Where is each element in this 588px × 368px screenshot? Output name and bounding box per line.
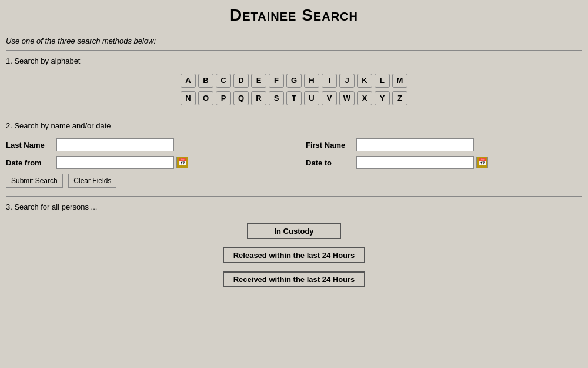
date-to-calendar-icon[interactable] xyxy=(476,157,488,168)
submit-search-button[interactable]: Submit Search xyxy=(6,174,63,188)
section-alphabet: 1. Search by alphabet ABCDEFGHIJKLM NOPQ… xyxy=(6,57,582,105)
received-container: Received within the last 24 Hours xyxy=(6,271,582,287)
alpha-btn-p[interactable]: P xyxy=(216,91,231,105)
first-name-field: First Name xyxy=(306,138,582,151)
alpha-btn-h[interactable]: H xyxy=(304,74,319,88)
alphabet-container: ABCDEFGHIJKLM NOPQRSTUVWXYZ xyxy=(6,74,582,105)
released-button[interactable]: Released within the last 24 Hours xyxy=(223,247,366,263)
alpha-btn-m[interactable]: M xyxy=(392,74,407,88)
alpha-btn-i[interactable]: I xyxy=(322,74,337,88)
last-name-label: Last Name xyxy=(6,141,53,150)
in-custody-container: In Custody xyxy=(6,223,582,239)
alpha-btn-y[interactable]: Y xyxy=(375,91,390,105)
alpha-btn-x[interactable]: X xyxy=(357,91,372,105)
search-buttons-row: Submit Search Clear Fields xyxy=(6,174,582,188)
page-title: Detainee Search xyxy=(6,6,582,25)
alpha-btn-a[interactable]: A xyxy=(181,74,196,88)
alpha-btn-l[interactable]: L xyxy=(375,74,390,88)
alpha-btn-f[interactable]: F xyxy=(269,74,284,88)
date-to-label: Date to xyxy=(306,158,353,167)
clear-fields-button[interactable]: Clear Fields xyxy=(68,174,116,188)
alpha-btn-o[interactable]: O xyxy=(198,91,213,105)
alpha-btn-d[interactable]: D xyxy=(233,74,249,88)
released-container: Released within the last 24 Hours xyxy=(6,247,582,263)
in-custody-button[interactable]: In Custody xyxy=(247,223,341,239)
alpha-btn-k[interactable]: K xyxy=(357,74,372,88)
section3-header: 3. Search for all persons ... xyxy=(6,203,582,211)
alpha-btn-j[interactable]: J xyxy=(339,74,355,88)
divider-2 xyxy=(6,115,582,115)
alpha-btn-z[interactable]: Z xyxy=(392,91,407,105)
date-from-label: Date from xyxy=(6,158,53,167)
alpha-btn-r[interactable]: R xyxy=(251,91,266,105)
section-all-persons: 3. Search for all persons ... In Custody… xyxy=(6,203,582,287)
last-name-input[interactable] xyxy=(56,138,174,151)
instruction-text: Use one of the three search methods belo… xyxy=(6,37,582,45)
alpha-btn-g[interactable]: G xyxy=(286,74,302,88)
received-button[interactable]: Received within the last 24 Hours xyxy=(223,271,366,287)
alpha-row-2: NOPQRSTUVWXYZ xyxy=(6,91,582,105)
date-row: Date from Date to xyxy=(6,156,582,169)
alpha-btn-u[interactable]: U xyxy=(304,91,319,105)
alpha-btn-e[interactable]: E xyxy=(251,74,266,88)
section1-header: 1. Search by alphabet xyxy=(6,57,582,65)
alpha-btn-n[interactable]: N xyxy=(181,91,196,105)
alpha-btn-w[interactable]: W xyxy=(339,91,355,105)
alpha-btn-q[interactable]: Q xyxy=(233,91,249,105)
first-name-label: First Name xyxy=(306,141,353,150)
date-from-calendar-icon[interactable] xyxy=(176,157,188,168)
alpha-btn-s[interactable]: S xyxy=(269,91,284,105)
alpha-btn-v[interactable]: V xyxy=(322,91,337,105)
name-row: Last Name First Name xyxy=(6,138,582,151)
section2-header: 2. Search by name and/or date xyxy=(6,121,582,130)
last-name-field: Last Name xyxy=(6,138,282,151)
section-name-search: 2. Search by name and/or date Last Name … xyxy=(6,121,582,188)
alpha-btn-t[interactable]: T xyxy=(286,91,302,105)
date-to-field: Date to xyxy=(306,156,582,169)
divider-3 xyxy=(6,196,582,197)
date-from-field: Date from xyxy=(6,156,282,169)
date-to-input[interactable] xyxy=(356,156,474,169)
alpha-btn-b[interactable]: B xyxy=(198,74,213,88)
alpha-row-1: ABCDEFGHIJKLM xyxy=(6,74,582,88)
divider-1 xyxy=(6,50,582,51)
alpha-btn-c[interactable]: C xyxy=(216,74,231,88)
date-from-input[interactable] xyxy=(56,156,174,169)
first-name-input[interactable] xyxy=(356,138,474,151)
